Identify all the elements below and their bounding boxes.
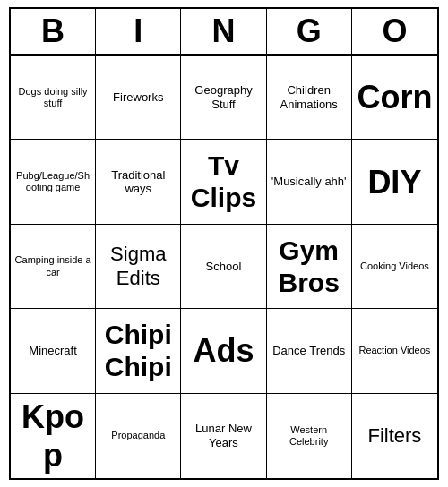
bingo-cell-4[interactable]: Corn xyxy=(352,56,437,140)
bingo-header: B I N G O xyxy=(11,9,437,56)
bingo-card: B I N G O Dogs doing silly stuffFirework… xyxy=(9,7,439,480)
bingo-cell-0[interactable]: Dogs doing silly stuff xyxy=(11,56,96,140)
bingo-cell-7[interactable]: Tv Clips xyxy=(181,140,266,224)
bingo-cell-14[interactable]: Cooking Videos xyxy=(352,225,437,309)
bingo-cell-19[interactable]: Reaction Videos xyxy=(352,309,437,393)
bingo-cell-9[interactable]: DIY xyxy=(352,140,437,224)
bingo-cell-2[interactable]: Geography Stuff xyxy=(181,56,266,140)
bingo-cell-8[interactable]: 'Musically ahh' xyxy=(267,140,352,224)
bingo-cell-17[interactable]: Ads xyxy=(181,309,266,393)
bingo-cell-24[interactable]: Filters xyxy=(352,394,437,478)
bingo-cell-20[interactable]: Kpop xyxy=(11,394,96,478)
bingo-cell-13[interactable]: Gym Bros xyxy=(267,225,352,309)
bingo-cell-3[interactable]: Children Animations xyxy=(267,56,352,140)
bingo-cell-18[interactable]: Dance Trends xyxy=(267,309,352,393)
header-o: O xyxy=(352,9,437,54)
header-i: I xyxy=(96,9,181,54)
header-g: G xyxy=(267,9,352,54)
bingo-cell-12[interactable]: School xyxy=(181,225,266,309)
bingo-cell-10[interactable]: Camping inside a car xyxy=(11,225,96,309)
bingo-cell-23[interactable]: Western Celebrity xyxy=(267,394,352,478)
bingo-cell-5[interactable]: Pubg/League/Shooting game xyxy=(11,140,96,224)
bingo-grid: Dogs doing silly stuffFireworksGeography… xyxy=(11,56,437,478)
bingo-cell-16[interactable]: Chipi Chipi xyxy=(96,309,181,393)
bingo-cell-6[interactable]: Traditional ways xyxy=(96,140,181,224)
bingo-cell-15[interactable]: Minecraft xyxy=(11,309,96,393)
bingo-cell-22[interactable]: Lunar New Years xyxy=(181,394,266,478)
header-n: N xyxy=(181,9,266,54)
bingo-cell-21[interactable]: Propaganda xyxy=(96,394,181,478)
bingo-cell-11[interactable]: Sigma Edits xyxy=(96,225,181,309)
header-b: B xyxy=(11,9,96,54)
bingo-cell-1[interactable]: Fireworks xyxy=(96,56,181,140)
